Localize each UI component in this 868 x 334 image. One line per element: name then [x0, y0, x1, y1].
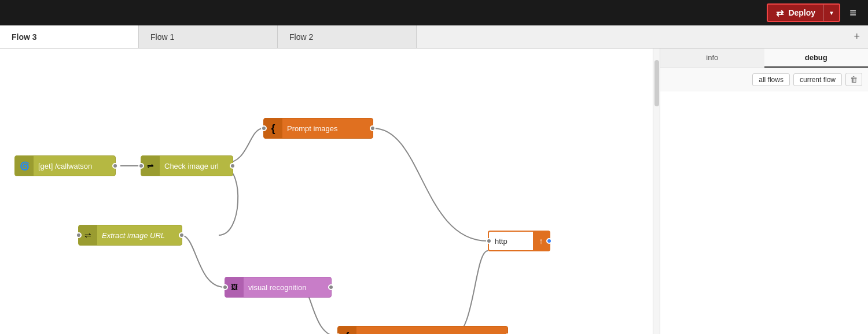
hamburger-button[interactable]: ≡ [843, 3, 863, 22]
hamburger-icon: ≡ [849, 6, 856, 20]
scrollbar-thumb[interactable] [654, 60, 659, 106]
main-area: 🌀 [get] /callwatson ⇌ Check image url { … [0, 49, 868, 334]
tab-flow2[interactable]: Flow 2 [278, 25, 417, 48]
callwatson-icon: 🌀 [15, 155, 34, 176]
node-extracturl[interactable]: ⇌ Extract image URL [78, 225, 182, 246]
plus-icon: + [854, 31, 860, 43]
promptimages-port-left[interactable] [261, 125, 267, 131]
tab-flow3-label: Flow 3 [12, 32, 37, 42]
node-checkimage[interactable]: ⇌ Check image url [141, 155, 233, 176]
tab-flow1-label: Flow 1 [150, 32, 174, 42]
http-port-right[interactable] [546, 238, 552, 244]
current-flow-button[interactable]: current flow [793, 73, 842, 86]
visualrec-port-right[interactable] [328, 284, 334, 290]
reportfaces-icon: { [338, 326, 356, 334]
deploy-icon: ⇄ [776, 8, 784, 18]
deploy-button[interactable]: ⇄ Deploy ▼ [767, 3, 840, 22]
all-flows-button[interactable]: all flows [752, 73, 790, 86]
tab-flow2-label: Flow 2 [289, 32, 313, 42]
top-bar: ⇄ Deploy ▼ ≡ [0, 0, 868, 25]
clear-debug-button[interactable]: 🗑 [845, 73, 862, 86]
extracturl-port-left[interactable] [76, 232, 82, 238]
visualrec-port-left[interactable] [222, 284, 228, 290]
deploy-label: Deploy [788, 8, 815, 17]
http-port-left[interactable] [486, 238, 492, 244]
node-callwatson[interactable]: 🌀 [get] /callwatson [14, 155, 116, 176]
tab-info[interactable]: info [660, 49, 764, 68]
flow-canvas[interactable]: 🌀 [get] /callwatson ⇌ Check image url { … [0, 49, 653, 334]
deploy-main: ⇄ Deploy [768, 5, 824, 21]
debug-content [660, 91, 868, 334]
node-visualrec[interactable]: 🖼 visual recognition [225, 277, 332, 298]
http-label: http [489, 237, 533, 246]
node-http[interactable]: http ↑ [488, 231, 550, 251]
tab-debug-label: debug [805, 53, 827, 62]
checkimage-port-right[interactable] [230, 163, 236, 169]
checkimage-label: Check image url [160, 162, 226, 170]
add-tab-button[interactable]: + [845, 25, 868, 48]
tab-bar: Flow 3 Flow 1 Flow 2 + [0, 25, 868, 49]
promptimages-port-right[interactable] [370, 125, 376, 131]
checkimage-port-left[interactable] [138, 163, 144, 169]
reportfaces-label: Report faces via HTML template [356, 332, 476, 335]
node-reportfaces[interactable]: { Report faces via HTML template [337, 326, 508, 334]
visualrec-label: visual recognition [244, 283, 313, 292]
right-panel-tabs: info debug [660, 49, 868, 68]
tab-flow1[interactable]: Flow 1 [139, 25, 278, 48]
tab-flow3[interactable]: Flow 3 [0, 25, 139, 48]
tab-info-label: info [706, 53, 718, 62]
tab-spacer [417, 25, 845, 48]
canvas-scrollbar[interactable] [653, 49, 660, 334]
extracturl-label: Extract image URL [97, 231, 172, 240]
node-promptimages[interactable]: { Prompt images [263, 118, 373, 139]
chevron-down-icon: ▼ [829, 10, 834, 16]
callwatson-label: [get] /callwatson [34, 162, 99, 170]
callwatson-port-right[interactable] [112, 163, 118, 169]
right-panel: info debug all flows current flow 🗑 [660, 49, 868, 334]
debug-controls: all flows current flow 🗑 [660, 68, 868, 91]
promptimages-label: Prompt images [282, 124, 344, 133]
extracturl-port-right[interactable] [179, 232, 185, 238]
tab-debug[interactable]: debug [764, 49, 869, 68]
trash-icon: 🗑 [850, 75, 858, 84]
deploy-dropdown-arrow[interactable]: ▼ [824, 5, 839, 21]
